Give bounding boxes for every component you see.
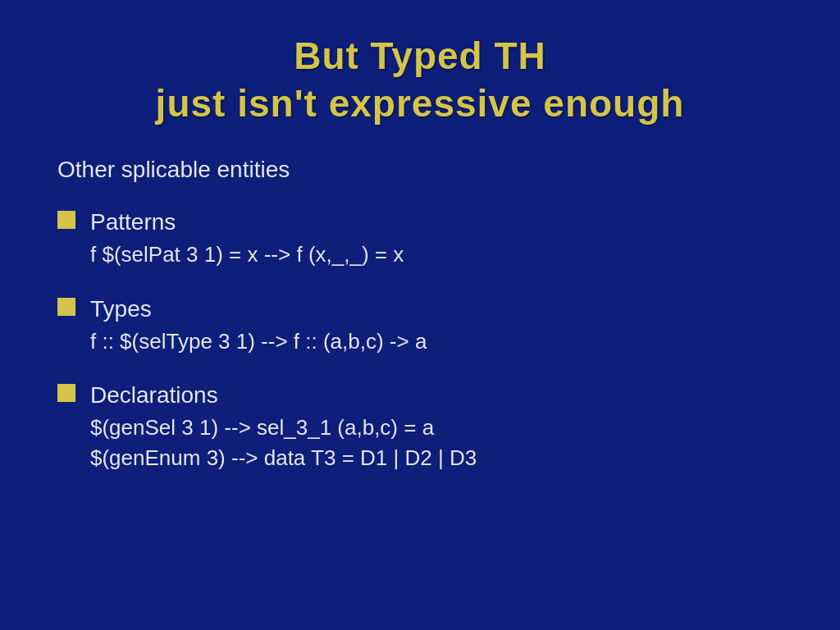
bullet-code-line-types-0: f :: $(selType 3 1) --> f :: (a,b,c) -> … (90, 326, 427, 356)
bullet-item-declarations: Declarations $(genSel 3 1) --> sel_3_1 (… (57, 379, 791, 472)
bullet-code-line-patterns-0: f $(selPat 3 1) = x --> f (x,_,_) = x (90, 240, 404, 269)
bullet-item-types: Types f :: $(selType 3 1) --> f :: (a,b,… (57, 293, 791, 357)
bullet-code-line-declarations-0: $(genSel 3 1) --> sel_3_1 (a,b,c) = a (90, 413, 477, 442)
bullet-title-declarations: Declarations (90, 379, 477, 411)
title-line2: just isn't expressive enough (156, 82, 685, 125)
bullet-code-line-declarations-1: $(genEnum 3) --> data T3 = D1 | D2 | D3 (90, 443, 477, 472)
title-line1: But Typed TH (294, 34, 546, 77)
bullet-square-icon (57, 211, 75, 229)
bullet-item-patterns: Patterns f $(selPat 3 1) = x --> f (x,_,… (57, 206, 791, 270)
bullet-code-patterns: f $(selPat 3 1) = x --> f (x,_,_) = x (90, 240, 404, 269)
bullet-content-patterns: Patterns f $(selPat 3 1) = x --> f (x,_,… (90, 206, 404, 270)
bullet-code-types: f :: $(selType 3 1) --> f :: (a,b,c) -> … (90, 326, 427, 356)
slide: But Typed TH just isn't expressive enoug… (0, 0, 840, 630)
bullet-title-types: Types (90, 293, 427, 325)
bullet-content-declarations: Declarations $(genSel 3 1) --> sel_3_1 (… (90, 379, 477, 472)
bullet-square-icon-declarations (57, 384, 75, 402)
bullet-code-declarations: $(genSel 3 1) --> sel_3_1 (a,b,c) = a $(… (90, 413, 477, 472)
bullet-content-types: Types f :: $(selType 3 1) --> f :: (a,b,… (90, 293, 427, 357)
bullet-square-icon-types (57, 298, 75, 316)
slide-title: But Typed TH just isn't expressive enoug… (49, 33, 791, 127)
bullet-list: Patterns f $(selPat 3 1) = x --> f (x,_,… (57, 206, 791, 472)
bullet-title-patterns: Patterns (90, 206, 404, 238)
slide-subtitle: Other splicable entities (57, 157, 791, 183)
